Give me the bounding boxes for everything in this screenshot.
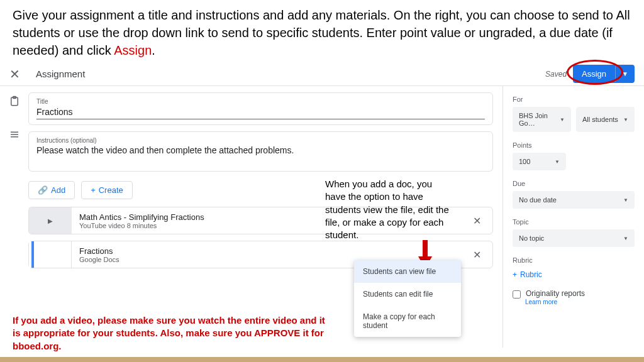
perm-option-edit[interactable]: Students can edit file [354,283,461,305]
add-button-label: Add [51,185,65,195]
points-label: Points [513,141,635,149]
due-value: No due date [519,196,557,204]
caret-icon: ▼ [623,117,628,123]
remove-doc-icon[interactable]: ✕ [462,249,492,261]
instructions-input[interactable]: Please watch the video and then complete… [36,145,485,155]
assign-button-wrap: Assign ▼ [573,65,635,83]
originality-label: Originality reports [526,289,585,298]
for-row: BHS Join Go… ▼ All students ▼ [513,107,635,132]
rubric-label: Rubric [513,256,635,264]
perm-option-copy[interactable]: Make a copy for each student [354,305,461,337]
instructions-period: . [152,43,155,57]
caret-icon: ▼ [555,159,560,165]
caret-icon: ▼ [560,117,565,123]
create-button[interactable]: + Create [81,181,133,199]
points-value: 100 [519,158,530,165]
saved-status: Saved [545,70,567,79]
topic-label: Topic [513,218,635,226]
clipboard-icon[interactable] [9,96,20,107]
doc-title: Fractions [79,246,454,256]
originality-checkbox[interactable] [513,290,521,299]
close-icon[interactable]: ✕ [9,67,20,82]
rubric-button[interactable]: + Rubric [513,268,635,282]
page-instructions: Give your assignment a title and instruc… [0,0,644,62]
left-icon-rail [0,86,28,348]
remove-video-icon[interactable]: ✕ [462,215,492,227]
originality-row: Originality reports [513,289,635,299]
attach-icon: 🔗 [38,185,48,195]
perm-option-view[interactable]: Students can view file [354,260,461,283]
instructions-label: Instructions (optional) [36,137,485,144]
header-title: Assignment [36,69,545,79]
topic-select[interactable]: No topic ▼ [513,229,635,247]
class-select[interactable]: BHS Join Go… ▼ [513,107,571,132]
instructions-field-card: Instructions (optional) Please watch the… [28,131,493,172]
assign-dropdown-icon[interactable]: ▼ [615,66,635,82]
rubric-button-label: Rubric [520,270,542,279]
app-header: ✕ Assignment Saved Assign ▼ [0,62,644,86]
assign-button-label: Assign [573,65,615,83]
instructions-text: Give your assignment a title and instruc… [13,8,630,57]
for-label: For [513,96,635,103]
due-label: Due [513,180,635,187]
menu-icon[interactable] [9,129,20,140]
class-select-value: BHS Join Go… [519,112,560,127]
annotation-video-warning: If you add a video, please make sure you… [13,314,327,353]
video-thumbnail[interactable]: ▶ [29,207,72,234]
plus-icon: + [91,185,96,195]
title-label: Title [36,98,485,105]
points-select[interactable]: 100 ▼ [513,153,566,170]
due-select[interactable]: No due date ▼ [513,191,635,209]
annotation-doc-options: When you add a doc, you have the option … [325,178,451,241]
assign-button[interactable]: Assign ▼ [573,65,635,83]
bottom-decoration-bar [0,357,644,362]
caret-icon: ▼ [623,236,628,241]
title-input[interactable] [36,107,485,117]
title-field-card: Title [28,92,493,125]
create-button-label: Create [99,185,123,195]
topic-value: No topic [519,234,544,242]
students-select[interactable]: All students ▼ [576,107,635,132]
learn-more-link[interactable]: Learn more [525,299,635,305]
title-underline [36,119,485,119]
sidebar: For BHS Join Go… ▼ All students ▼ Points… [502,86,644,348]
plus-icon: + [513,270,517,279]
content-area: Title Instructions (optional) Please wat… [0,86,644,348]
doc-thumbnail[interactable] [29,241,72,268]
assign-highlight: Assign [114,43,152,57]
students-select-value: All students [582,116,618,123]
add-button[interactable]: 🔗 Add [28,181,75,199]
svg-rect-5 [423,240,428,258]
caret-icon: ▼ [623,197,628,203]
doc-color-bar [31,241,34,268]
permission-dropdown: Students can view file Students can edit… [354,260,461,337]
